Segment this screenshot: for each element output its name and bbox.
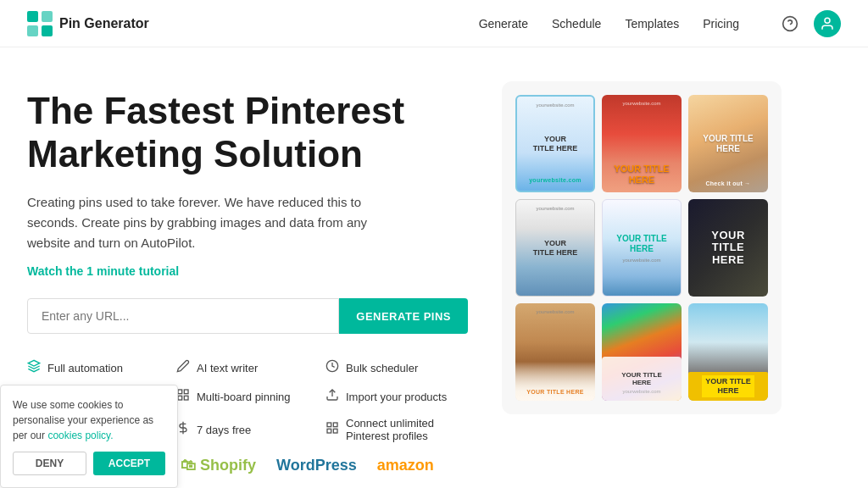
pin-7-website: yourwebsite.com [536,309,574,314]
feature-ai-text: AI text writer [176,359,319,376]
feature-7-days-label: 7 days free [197,424,251,436]
pin-card-3[interactable]: YOUR TITLEHERE Check it out → [688,95,768,192]
feature-multi-board: Multi-board pinning [176,388,319,405]
feature-connect-label: Connect unlimited Pinterest profiles [346,417,468,442]
pin-card-1[interactable]: yourwebsite.com YOURTITLE HERE yourwebsi… [515,95,595,192]
pin-card-7[interactable]: yourwebsite.com YOUR TITLE HERE [515,303,595,401]
cookie-accept-button[interactable]: ACCEPT [93,452,165,475]
nav-templates[interactable]: Templates [625,17,679,30]
svg-rect-16 [333,423,337,427]
feature-bulk-scheduler-label: Bulk scheduler [346,362,418,374]
pin-5-title: YOUR TITLEHERE [616,234,666,254]
multi-board-icon [176,388,190,405]
pin-gallery: yourwebsite.com YOURTITLE HERE yourwebsi… [502,81,782,414]
svg-rect-2 [27,25,38,36]
svg-rect-0 [27,11,38,22]
svg-rect-18 [327,430,331,434]
logo-icon [27,11,53,36]
amazon-logo: amazon [377,457,434,474]
pin-2-title: YOUR TITLEHERE [614,164,669,186]
svg-point-6 [825,18,830,23]
nav-pricing[interactable]: Pricing [703,17,739,30]
feature-bulk-scheduler: Bulk scheduler [326,359,468,376]
pin-4-title: YOURTITLE HERE [533,239,578,258]
pin-card-5[interactable]: YOUR TITLEHERE yourwebsite.com [602,199,682,297]
import-icon [326,388,339,405]
nav-icons [776,10,841,37]
free-icon [176,421,190,438]
cookie-banner: We use some cookies to personalise your … [0,385,178,488]
wordpress-logo: WordPress [276,457,357,474]
url-input[interactable] [27,298,339,334]
pin-1-badge: yourwebsite.com [529,177,581,183]
pin-card-8[interactable]: YOUR TITLEHERE yourwebsite.com [602,303,682,401]
hero-description: Creating pins used to take forever. We h… [27,192,392,253]
feature-connect-profiles: Connect unlimited Pinterest profiles [326,417,468,442]
logo[interactable]: Pin Generator [27,11,149,36]
nav-generate[interactable]: Generate [479,17,528,30]
feature-full-automation-label: Full automation [47,362,123,374]
ai-text-icon [176,359,190,376]
svg-rect-17 [333,430,337,434]
feature-import-label: Import your products [346,391,447,403]
connect-icon [326,421,339,438]
svg-rect-10 [184,390,188,394]
cookie-buttons: DENY ACCEPT [13,452,165,475]
feature-ai-text-label: AI text writer [197,362,258,374]
account-button[interactable] [814,10,841,37]
help-button[interactable] [776,10,804,37]
pin-6-title: YOURTITLEHERE [711,230,745,266]
pin-card-2[interactable]: yourwebsite.com YOUR TITLEHERE [602,95,682,192]
pin-card-4[interactable]: yourwebsite.com YOURTITLE HERE [515,199,595,297]
automation-icon [27,359,41,376]
logo-text: Pin Generator [59,16,149,31]
svg-rect-12 [178,396,182,401]
cookie-deny-button[interactable]: DENY [13,452,86,475]
pin-9-title: YOUR TITLEHERE [702,375,754,397]
pin-8-website: yourwebsite.com [622,389,660,394]
svg-rect-3 [42,25,53,36]
svg-rect-9 [178,390,182,394]
tutorial-link[interactable]: Watch the 1 minute tutorial [27,264,179,278]
question-icon [782,15,798,32]
pin-7-title: YOUR TITLE HERE [526,389,584,395]
svg-rect-1 [42,11,53,22]
cookie-policy-link[interactable]: cookies policy. [47,430,113,441]
pin-card-9[interactable]: YOUR TITLEHERE [688,303,768,401]
shopify-logo: 🛍 Shopify [181,457,256,474]
svg-rect-11 [184,396,188,401]
pin-gallery-section: yourwebsite.com YOURTITLE HERE yourwebsi… [502,81,782,414]
pin-3-title: YOUR TITLEHERE [703,134,753,154]
feature-7-days-free: 7 days free [176,417,319,442]
pin-3-cta: Check it out → [705,180,750,186]
pin-card-6[interactable]: YOURTITLEHERE [688,199,768,297]
feature-multi-board-label: Multi-board pinning [197,391,291,403]
generate-button[interactable]: GENERATE PINS [339,298,468,334]
user-icon [820,16,835,31]
pin-5-website: yourwebsite.com [622,258,660,263]
hero-title: The Fastest Pinterest Marketing Solution [27,90,468,175]
header: Pin Generator Generate Schedule Template… [0,0,868,47]
bulk-scheduler-icon [326,359,339,376]
feature-import-products: Import your products [326,388,468,405]
nav-schedule[interactable]: Schedule [552,17,601,30]
main-nav: Generate Schedule Templates Pricing [479,10,841,37]
feature-full-automation: Full automation [27,359,170,376]
pin-8-title: YOUR TITLEHERE [621,371,662,387]
svg-rect-15 [327,423,331,427]
pin-1-title: YOURTITLE HERE [533,135,578,153]
url-form: GENERATE PINS [27,298,468,334]
